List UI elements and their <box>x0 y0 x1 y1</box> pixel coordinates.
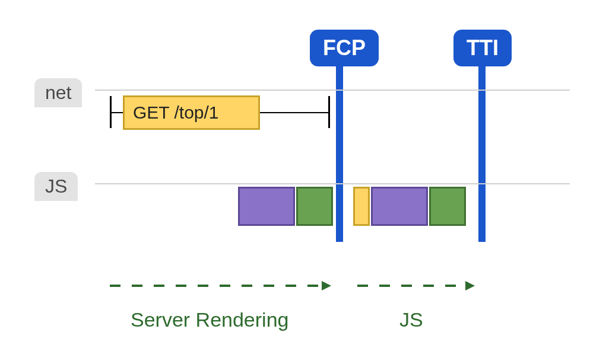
net-whisker-end <box>260 112 328 113</box>
net-request-label: GET /top/1 <box>133 103 219 123</box>
js-block-purple-2 <box>371 187 428 226</box>
net-whisker-end-cap <box>328 96 330 128</box>
js-block-green-2 <box>429 187 466 226</box>
js-phase-label: JS <box>399 308 423 331</box>
timeline-diagram: FCP TTI net GET /top/1 JS Server Renderi… <box>0 0 590 364</box>
js-track-label: JS <box>34 172 78 201</box>
net-track-rule <box>95 90 570 91</box>
net-request-bar: GET /top/1 <box>123 95 260 130</box>
fcp-marker-line <box>336 64 343 242</box>
js-phase-arrow <box>0 279 590 293</box>
js-block-yellow <box>353 187 370 226</box>
net-whisker-start <box>110 112 123 113</box>
net-track-label: net <box>34 78 82 107</box>
js-track-rule <box>95 183 570 184</box>
js-block-purple-1 <box>238 187 295 226</box>
js-block-green-1 <box>296 187 333 226</box>
arrow-right-icon <box>465 281 475 290</box>
tti-badge: TTI <box>453 30 512 66</box>
server-rendering-label: Server Rendering <box>131 308 288 331</box>
fcp-badge: FCP <box>310 30 379 66</box>
tti-marker-line <box>478 64 486 242</box>
